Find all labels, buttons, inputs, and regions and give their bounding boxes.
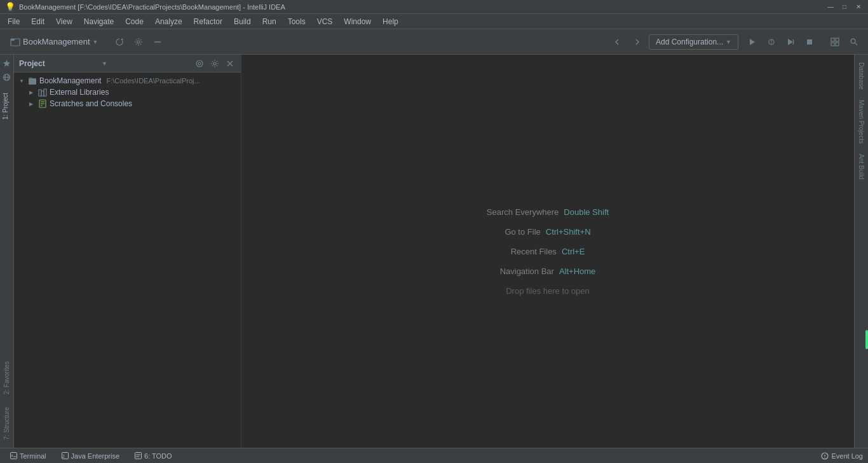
drop-files-text: Drop files here to open (506, 286, 590, 296)
svg-marker-5 (750, 39, 755, 45)
menu-item-vcs[interactable]: VCS (312, 16, 338, 27)
run-toolbar-group (743, 33, 818, 51)
svg-marker-9 (788, 39, 793, 45)
app-icon: 💡 (5, 2, 15, 11)
favorites-tab[interactable]: 2: Favorites (1, 356, 12, 399)
event-log-button[interactable]: Event Log (821, 452, 863, 460)
svg-point-43 (825, 457, 825, 458)
settings-icon[interactable] (130, 33, 147, 51)
minimize-button[interactable]: — (826, 3, 835, 11)
structure-tab[interactable]: 7: Structure (1, 402, 12, 445)
menu-item-code[interactable]: Code (120, 16, 149, 27)
navigation-bar-key[interactable]: Alt+Home (559, 266, 595, 276)
menu-item-window[interactable]: Window (339, 16, 376, 27)
shortcut-recent-files: Recent Files Ctrl+E (511, 247, 585, 256)
run-with-coverage-button[interactable] (782, 33, 799, 51)
svg-point-22 (198, 62, 201, 65)
scratches-label: Scratches and Consoles (50, 99, 132, 108)
config-dropdown-arrow: ▼ (726, 39, 731, 45)
event-log-icon (821, 452, 829, 460)
java-enterprise-tab[interactable]: J Java Enterprise (57, 451, 125, 461)
svg-point-15 (851, 39, 855, 43)
tree-item-external-libraries[interactable]: ▶ External Libraries (14, 86, 241, 98)
menu-item-view[interactable]: View (51, 16, 78, 27)
svg-point-21 (196, 60, 203, 67)
title-bar-left: 💡 BookManagement [F:\Codes\IDEA\Practica… (5, 2, 285, 11)
scrollbar-thumb[interactable] (865, 330, 868, 349)
tree-item-scratches[interactable]: ▶ Scratches and Consoles (14, 98, 241, 109)
project-name-label: BookManagement (23, 37, 90, 46)
menu-bar: FileEditViewNavigateCodeAnalyzeRefactorB… (0, 14, 868, 29)
layout-icon[interactable] (826, 33, 844, 51)
svg-marker-17 (3, 60, 10, 67)
todo-tab[interactable]: 6: TODO (130, 451, 177, 461)
project-dropdown-arrow[interactable]: ▼ (102, 60, 107, 67)
ext-lib-arrow: ▶ (29, 90, 36, 95)
globe-icon[interactable] (1, 71, 13, 83)
right-panel-tabs: Database Maven Projects Ant Build (854, 55, 868, 448)
project-name-button[interactable]: BookManagement ▼ (5, 34, 103, 50)
svg-rect-14 (836, 43, 839, 46)
terminal-tab[interactable]: Terminal (5, 451, 51, 461)
sync-icon[interactable] (111, 33, 128, 51)
go-to-file-label: Go to File (505, 227, 540, 237)
scratches-arrow: ▶ (29, 101, 36, 107)
search-everywhere-icon[interactable] (845, 33, 863, 51)
recent-files-key[interactable]: Ctrl+E (562, 247, 585, 256)
panel-gear-icon[interactable] (209, 58, 220, 69)
menu-item-tools[interactable]: Tools (283, 16, 311, 27)
menu-item-analyze[interactable]: Analyze (150, 16, 187, 27)
run-button[interactable] (743, 33, 761, 51)
favorites-star-icon[interactable] (1, 57, 13, 69)
go-to-file-key[interactable]: Ctrl+Shift+N (546, 227, 591, 237)
shortcut-navigation-bar: Navigation Bar Alt+Home (500, 266, 596, 276)
svg-rect-13 (831, 43, 834, 46)
minus-icon[interactable] (149, 33, 166, 51)
left-panel-tabs: 1: Project 2: Favorites 7: Structure (0, 55, 14, 448)
panel-scope-icon[interactable] (194, 58, 205, 69)
navigate-forward-icon[interactable] (628, 33, 646, 51)
menu-item-navigate[interactable]: Navigate (79, 16, 119, 27)
stop-button[interactable] (801, 33, 818, 51)
search-everywhere-label: Search Everywhere (487, 207, 559, 217)
title-bar-title: BookManagement [F:\Codes\IDEA\PracticalP… (19, 3, 285, 11)
panel-close-icon[interactable] (224, 58, 236, 69)
close-button[interactable]: ✕ (854, 3, 863, 11)
tree-item-root[interactable]: ▼ BookManagement F:\Codes\IDEA\Practical… (14, 75, 241, 86)
debug-button[interactable] (763, 33, 780, 51)
svg-rect-1 (11, 39, 15, 41)
title-bar: 💡 BookManagement [F:\Codes\IDEA\Practica… (0, 0, 868, 14)
menu-item-refactor[interactable]: Refactor (189, 16, 227, 27)
navigation-bar-label: Navigation Bar (500, 266, 554, 276)
shortcut-go-to-file: Go to File Ctrl+Shift+N (505, 227, 590, 237)
title-bar-controls: — □ ✕ (826, 3, 863, 11)
menu-item-edit[interactable]: Edit (26, 16, 50, 27)
todo-label: 6: TODO (144, 452, 172, 460)
menu-item-help[interactable]: Help (377, 16, 403, 27)
editor-area: Search Everywhere Double Shift Go to Fil… (241, 55, 854, 448)
recent-files-label: Recent Files (511, 247, 557, 256)
java-icon: J (62, 452, 69, 459)
project-panel: Project ▼ ▼ BookManagement F:\Codes\IDEA… (14, 55, 241, 448)
svg-line-16 (855, 43, 858, 45)
root-label: BookManagement (39, 76, 101, 85)
status-bar: Terminal J Java Enterprise 6: TODO Event… (0, 448, 868, 463)
scrollbar-track (865, 55, 868, 448)
project-panel-title: Project (19, 59, 98, 68)
menu-item-run[interactable]: Run (257, 16, 281, 27)
maximize-button[interactable]: □ (840, 3, 849, 11)
navigate-back-icon[interactable] (608, 33, 626, 51)
menu-item-file[interactable]: File (3, 16, 25, 27)
project-icon (10, 37, 20, 47)
shortcut-search-everywhere: Search Everywhere Double Shift (487, 207, 609, 217)
dropdown-arrow: ▼ (93, 39, 98, 45)
search-everywhere-key[interactable]: Double Shift (564, 207, 609, 217)
project-tab[interactable]: 1: Project (0, 88, 13, 125)
ext-lib-label: External Libraries (50, 88, 109, 97)
add-configuration-button[interactable]: Add Configuration... ▼ (649, 34, 738, 50)
root-arrow: ▼ (19, 78, 25, 84)
project-panel-header: Project ▼ (14, 55, 241, 73)
todo-icon (135, 452, 142, 459)
menu-item-build[interactable]: Build (229, 16, 256, 27)
svg-rect-29 (44, 89, 46, 96)
